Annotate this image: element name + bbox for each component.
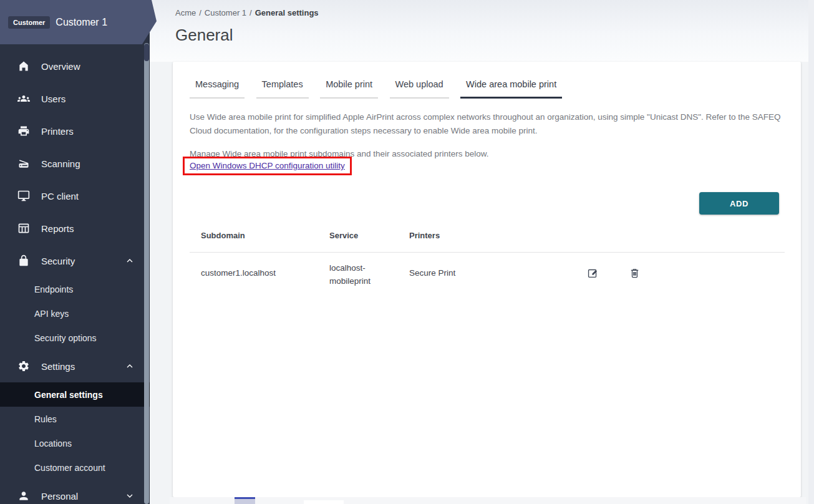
- sidebar-item-label: Scanning: [41, 158, 80, 169]
- column-header-printers: Printers: [409, 231, 440, 240]
- page-title: General: [175, 26, 233, 45]
- chevron-down-icon[interactable]: [125, 491, 135, 501]
- sidebar-item-security-options[interactable]: Security options: [0, 326, 150, 350]
- chevron-up-icon[interactable]: [125, 256, 135, 266]
- tab-templates[interactable]: Templates: [256, 75, 309, 99]
- settings-card: Messaging Templates Mobile print Web upl…: [173, 62, 801, 497]
- sidebar-item-label: General settings: [34, 390, 103, 400]
- sidebar-item-label: Settings: [41, 361, 75, 372]
- sidebar-item-label: Security: [41, 256, 75, 266]
- sidebar-item-label: Customer account: [34, 463, 105, 473]
- sidebar-item-label: Endpoints: [34, 284, 73, 294]
- sidebar-item-label: API keys: [34, 309, 69, 319]
- sidebar-item-label: Rules: [34, 414, 57, 424]
- column-header-subdomain: Subdomain: [201, 231, 245, 240]
- sidebar-item-pc-client[interactable]: PC client: [0, 180, 150, 212]
- sidebar-item-locations[interactable]: Locations: [0, 431, 150, 455]
- sidebar-item-label: Locations: [34, 439, 72, 448]
- add-button[interactable]: ADD: [699, 192, 779, 215]
- breadcrumb-customer1[interactable]: Customer 1: [205, 8, 246, 17]
- person-icon: [17, 489, 31, 503]
- sidebar-nav: Overview Users Printers Scanning: [0, 50, 150, 504]
- page-scrollbar[interactable]: [808, 0, 814, 504]
- sidebar-item-rules[interactable]: Rules: [0, 407, 150, 431]
- sidebar-item-overview[interactable]: Overview: [0, 50, 150, 82]
- monitor-icon: [17, 189, 31, 203]
- sidebar-item-label: PC client: [41, 191, 79, 201]
- home-icon: [17, 59, 31, 73]
- sidebar-item-scanning[interactable]: Scanning: [0, 147, 150, 180]
- sidebar-item-settings[interactable]: Settings: [0, 350, 150, 382]
- breadcrumb-current: General settings: [255, 8, 319, 17]
- printer-icon: [17, 124, 31, 138]
- sidebar-item-label: Reports: [41, 223, 74, 234]
- sidebar-item-label: Overview: [41, 61, 80, 72]
- cell-printers: Secure Print: [409, 268, 455, 278]
- sidebar-item-customer-account[interactable]: Customer account: [0, 455, 150, 480]
- app-window: Overview Users Printers Scanning: [0, 0, 814, 504]
- sidebar-item-printers[interactable]: Printers: [0, 115, 150, 147]
- partial-tab-indicator: [235, 497, 255, 504]
- annotation-highlight-box: Open Windows DHCP configuration utility: [183, 157, 352, 175]
- users-icon: [17, 92, 31, 105]
- column-header-service: Service: [329, 231, 358, 240]
- sidebar-header: Customer Customer 1: [0, 0, 157, 44]
- scanner-icon: [17, 157, 31, 170]
- tab-wide-area-mobile-print[interactable]: Wide area mobile print: [460, 75, 562, 99]
- page-header-band: Acme/Customer 1/General settings General: [150, 0, 814, 62]
- cell-service: localhost-mobileprint: [329, 261, 389, 288]
- sidebar-item-label: Personal: [41, 491, 78, 502]
- sidebar-item-personal[interactable]: Personal: [0, 480, 150, 504]
- table-header-divider: [190, 252, 785, 253]
- tab-messaging[interactable]: Messaging: [190, 75, 245, 99]
- cell-subdomain: customer1.localhost: [201, 268, 276, 278]
- delete-icon[interactable]: [628, 267, 641, 279]
- breadcrumb: Acme/Customer 1/General settings: [175, 8, 319, 17]
- partially-visible-bottom-panel: [170, 497, 806, 504]
- sidebar-item-label: Security options: [34, 333, 97, 343]
- tab-web-upload[interactable]: Web upload: [390, 75, 449, 99]
- dhcp-utility-link[interactable]: Open Windows DHCP configuration utility: [190, 161, 345, 170]
- gear-icon: [17, 359, 31, 373]
- breadcrumb-acme[interactable]: Acme: [175, 8, 196, 17]
- sidebar-scrollbar[interactable]: [144, 43, 149, 504]
- edit-icon[interactable]: [586, 267, 599, 279]
- tab-bar: Messaging Templates Mobile print Web upl…: [190, 75, 571, 99]
- partial-white-element: [304, 500, 344, 504]
- reports-icon: [17, 221, 31, 235]
- tab-mobile-print[interactable]: Mobile print: [320, 75, 378, 99]
- sidebar-item-api-keys[interactable]: API keys: [0, 301, 150, 326]
- sidebar-item-reports[interactable]: Reports: [0, 212, 150, 245]
- sidebar-item-security[interactable]: Security: [0, 245, 150, 277]
- tab-description-text: Use Wide area mobile print for simplifie…: [190, 110, 785, 137]
- customer-name-title: Customer 1: [56, 17, 107, 28]
- breadcrumb-separator: /: [250, 8, 252, 17]
- sidebar-item-label: Printers: [41, 126, 74, 137]
- lock-icon: [17, 254, 31, 268]
- customer-type-badge: Customer: [8, 16, 50, 29]
- breadcrumb-separator: /: [199, 8, 201, 17]
- sidebar: Overview Users Printers Scanning: [0, 0, 150, 504]
- chevron-up-icon[interactable]: [125, 361, 135, 371]
- main-content: Acme/Customer 1/General settings General…: [150, 0, 814, 504]
- sidebar-item-endpoints[interactable]: Endpoints: [0, 277, 150, 301]
- sidebar-item-general-settings[interactable]: General settings: [0, 382, 150, 407]
- sidebar-item-label: Users: [41, 94, 65, 104]
- sidebar-scrollbar-thumb[interactable]: [144, 44, 149, 61]
- sidebar-item-users[interactable]: Users: [0, 82, 150, 115]
